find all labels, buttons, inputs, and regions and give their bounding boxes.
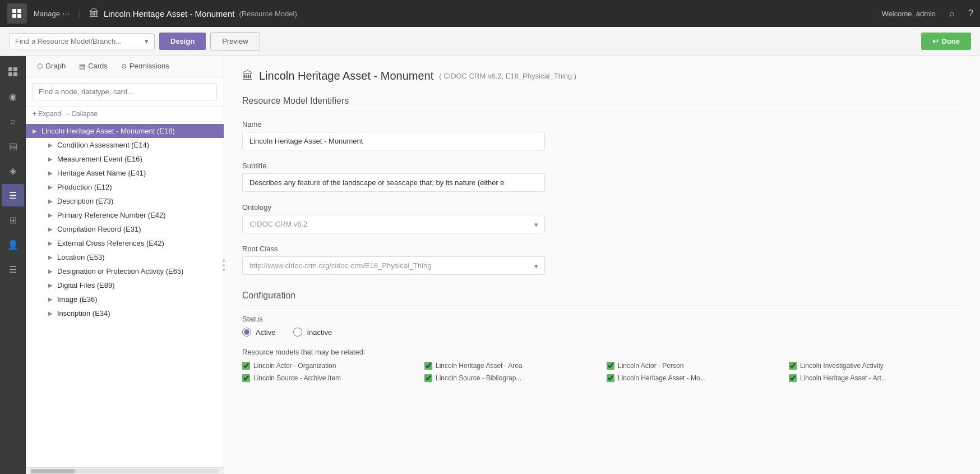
right-content: 🏛 Lincoln Heritage Asset - Monument ( CI… bbox=[224, 56, 980, 474]
child-node-label: Production (E12) bbox=[57, 183, 219, 191]
inactive-radio[interactable] bbox=[293, 328, 302, 337]
tree-child-node[interactable]: ▶Heritage Asset Name (E41) bbox=[41, 166, 224, 180]
tree-child-node[interactable]: ▶External Cross References (E42) bbox=[41, 236, 224, 250]
svg-rect-1 bbox=[17, 9, 21, 13]
panel-resize-handle[interactable] bbox=[220, 56, 227, 474]
left-navigation: ◉ ⌕ ▤ ◈ ☰ ⊞ 👤 ☰ bbox=[0, 56, 26, 474]
tree-child-node[interactable]: ▶Production (E12) bbox=[41, 180, 224, 194]
svg-rect-5 bbox=[13, 67, 17, 71]
preview-button[interactable]: Preview bbox=[210, 32, 260, 50]
svg-rect-4 bbox=[8, 67, 12, 71]
related-model-checkbox[interactable] bbox=[424, 362, 432, 370]
nav-item-settings[interactable]: ☰ bbox=[2, 258, 24, 280]
resource-model-input[interactable] bbox=[15, 37, 142, 45]
child-node-label: Image (E36) bbox=[57, 295, 219, 303]
tree-child-node[interactable]: ▶Measurement Event (E16) bbox=[41, 152, 224, 166]
tree-child-node[interactable]: ▶Inscription (E34) bbox=[41, 306, 224, 320]
related-model-checkbox-item[interactable]: Lincoln Source - Archive Item bbox=[242, 374, 415, 382]
child-expand-icon: ▶ bbox=[48, 296, 56, 302]
child-node-label: Condition Assessment (E14) bbox=[57, 141, 219, 149]
tab-permissions-label: Permissions bbox=[130, 62, 169, 70]
scrollbar-thumb[interactable] bbox=[30, 469, 75, 473]
related-model-checkbox[interactable] bbox=[789, 374, 797, 382]
ontology-select[interactable]: CIDOC CRM v6.2 bbox=[242, 215, 545, 233]
child-expand-icon: ▶ bbox=[48, 254, 56, 260]
tree-container: ▶ Lincoln Heritage Asset - Monument (E18… bbox=[26, 122, 224, 467]
content-monument-icon: 🏛 bbox=[242, 70, 253, 82]
nav-item-person[interactable]: 👤 bbox=[2, 233, 24, 256]
panel-tabs: ⬡ Graph ▤ Cards ⊙ Permissions bbox=[26, 56, 224, 77]
tree-child-node[interactable]: ▶Condition Assessment (E14) bbox=[41, 138, 224, 152]
related-models-title: Resource models that may be related: bbox=[242, 348, 962, 356]
related-model-checkbox-item[interactable]: Lincoln Heritage Asset - Art... bbox=[789, 374, 962, 382]
related-model-label: Lincoln Actor - Organization bbox=[253, 362, 336, 370]
tab-cards-label: Cards bbox=[88, 62, 108, 70]
tree-child-node[interactable]: ▶Compilation Record (E31) bbox=[41, 222, 224, 236]
tree-child-node[interactable]: ▶Location (E53) bbox=[41, 250, 224, 264]
permissions-tab-icon: ⊙ bbox=[121, 62, 127, 70]
panel-search-input[interactable] bbox=[33, 83, 217, 100]
svg-rect-6 bbox=[8, 72, 12, 76]
inactive-radio-option[interactable]: Inactive bbox=[293, 328, 332, 337]
child-expand-icon: ▶ bbox=[48, 310, 56, 316]
tree-root-node[interactable]: ▶ Lincoln Heritage Asset - Monument (E18… bbox=[26, 124, 224, 138]
related-model-checkbox-item[interactable]: Lincoln Heritage Asset - Area bbox=[424, 362, 598, 370]
related-model-checkbox-item[interactable]: Lincoln Heritage Asset - Mo... bbox=[607, 374, 780, 382]
nav-item-circle[interactable]: ◉ bbox=[2, 85, 24, 108]
done-button[interactable]: ↩ Done bbox=[921, 33, 972, 50]
design-button[interactable]: Design bbox=[159, 33, 206, 50]
nav-item-list[interactable]: ▤ bbox=[2, 135, 24, 157]
subtitle-input[interactable] bbox=[242, 173, 545, 192]
expand-button[interactable]: + Expand bbox=[33, 110, 61, 118]
tab-permissions[interactable]: ⊙ Permissions bbox=[114, 56, 176, 77]
identifiers-section: Resource Model Identifiers Name Subtitle… bbox=[242, 96, 962, 275]
tree-children: ▶Condition Assessment (E14)▶Measurement … bbox=[26, 138, 224, 320]
ontology-label: Ontology bbox=[242, 203, 962, 211]
tree-child-node[interactable]: ▶Image (E36) bbox=[41, 292, 224, 306]
left-panel: ⬡ Graph ▤ Cards ⊙ Permissions + Expand −… bbox=[26, 56, 224, 474]
child-expand-icon: ▶ bbox=[48, 212, 56, 218]
ontology-select-wrapper: CIDOC CRM v6.2 bbox=[242, 215, 545, 233]
tab-cards[interactable]: ▤ Cards bbox=[72, 56, 114, 77]
related-model-checkbox-item[interactable]: Lincoln Source - Bibliograp... bbox=[424, 374, 598, 382]
name-input[interactable] bbox=[242, 132, 545, 150]
related-model-checkbox-item[interactable]: Lincoln Actor - Organization bbox=[242, 362, 415, 370]
content-page-header: 🏛 Lincoln Heritage Asset - Monument ( CI… bbox=[242, 70, 962, 82]
nav-item-grid[interactable]: ⊞ bbox=[2, 209, 24, 231]
resource-model-select[interactable]: ▾ bbox=[9, 33, 155, 49]
related-model-label: Lincoln Source - Archive Item bbox=[253, 374, 341, 382]
nav-separator: | bbox=[78, 10, 80, 18]
active-radio-option[interactable]: Active bbox=[242, 328, 275, 337]
related-model-checkbox-item[interactable]: Lincoln Investigative Activity bbox=[789, 362, 962, 370]
root-class-select[interactable]: http://www.cidoc-crm.org/cidoc-crm/E18_P… bbox=[242, 256, 545, 275]
collapse-button[interactable]: − Collapse bbox=[66, 110, 98, 118]
child-expand-icon: ▶ bbox=[48, 198, 56, 204]
nav-item-diamond[interactable]: ◈ bbox=[2, 159, 24, 182]
related-model-checkbox[interactable] bbox=[242, 362, 250, 370]
nav-item-dashboard[interactable] bbox=[2, 61, 24, 83]
manage-link[interactable]: Manage ⋯ bbox=[34, 10, 70, 18]
tree-child-node[interactable]: ▶Digital Files (E89) bbox=[41, 278, 224, 292]
main-layout: ◉ ⌕ ▤ ◈ ☰ ⊞ 👤 ☰ ⬡ Graph ▤ Cards ⊙ Permis… bbox=[0, 56, 980, 474]
root-class-field: Root Class http://www.cidoc-crm.org/cido… bbox=[242, 245, 962, 275]
nav-item-menu[interactable]: ☰ bbox=[2, 184, 24, 206]
related-model-checkbox[interactable] bbox=[424, 374, 432, 382]
tree-child-node[interactable]: ▶Designation or Protection Activity (E65… bbox=[41, 264, 224, 278]
horizontal-scrollbar[interactable] bbox=[26, 467, 224, 474]
related-model-checkbox[interactable] bbox=[607, 374, 614, 382]
related-model-checkbox[interactable] bbox=[789, 362, 797, 370]
tab-graph-label: Graph bbox=[45, 62, 66, 70]
active-radio[interactable] bbox=[242, 328, 251, 337]
sub-toolbar: ▾ Design Preview ↩ Done bbox=[0, 27, 980, 56]
related-model-checkbox[interactable] bbox=[242, 374, 250, 382]
nav-item-search[interactable]: ⌕ bbox=[2, 110, 24, 132]
tree-child-node[interactable]: ▶Description (E73) bbox=[41, 194, 224, 208]
tree-child-node[interactable]: ▶Primary Reference Number (E42) bbox=[41, 208, 224, 222]
related-model-checkbox[interactable] bbox=[607, 362, 614, 370]
search-icon[interactable]: ⌕ bbox=[949, 8, 955, 19]
done-arrow-icon: ↩ bbox=[932, 37, 939, 45]
tab-graph[interactable]: ⬡ Graph bbox=[30, 56, 72, 77]
ontology-tag: ( CIDOC CRM v6.2, E18_Physical_Thing ) bbox=[439, 72, 576, 80]
help-icon[interactable]: ? bbox=[968, 8, 973, 19]
related-model-checkbox-item[interactable]: Lincoln Actor - Person bbox=[607, 362, 780, 370]
